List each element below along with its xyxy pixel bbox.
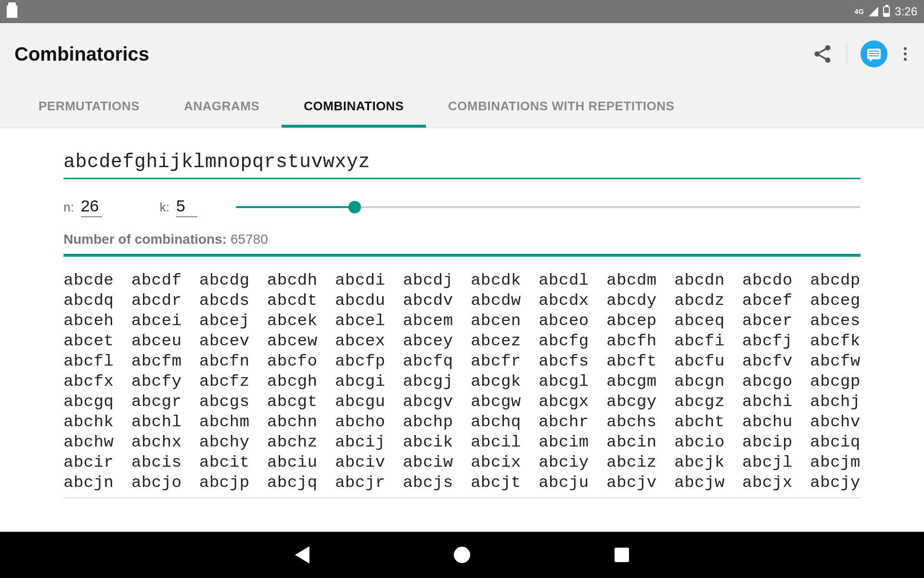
result-cell: abcdm [606, 270, 657, 290]
result-cell: abcei [131, 311, 182, 331]
result-cell: abcfq [403, 351, 453, 371]
result-cell: abcej [199, 311, 250, 331]
result-cell: abcgr [131, 392, 182, 412]
result-cell: abcfp [335, 351, 385, 371]
result-cell: abcfn [199, 351, 250, 371]
result-cell: abcek [267, 311, 318, 331]
result-cell: abceo [539, 311, 589, 331]
svg-point-1 [815, 52, 820, 57]
result-cell: abcgo [742, 371, 793, 392]
result-cell: abcew [267, 331, 318, 351]
results-row: abcfxabcfyabcfzabcghabcgiabcgjabcgkabcgl… [64, 371, 860, 392]
network-label: 4G [855, 8, 864, 15]
signal-icon [869, 7, 878, 16]
section-separator [64, 254, 860, 257]
alphabet-input[interactable] [64, 148, 860, 179]
result-cell: abcdz [674, 290, 725, 311]
result-cell: abchu [742, 412, 793, 432]
share-icon[interactable] [812, 43, 833, 65]
app-title: Combinatorics [14, 43, 149, 65]
k-value[interactable]: 5 [176, 197, 197, 217]
result-cell: abchw [64, 432, 114, 452]
result-cell: abcfv [742, 351, 793, 371]
result-cell: abcgz [674, 392, 725, 412]
result-cell: abcfz [199, 371, 250, 392]
result-cell: abcft [606, 351, 657, 371]
result-cell: abcdk [471, 270, 521, 290]
result-cell: abchs [606, 412, 657, 432]
tab-anagrams[interactable]: ANAGRAMS [162, 85, 282, 128]
result-cell: abcfo [267, 351, 318, 371]
result-cell: abcin [606, 432, 657, 452]
result-cell: abceq [674, 311, 725, 331]
result-cell: abcht [674, 412, 725, 432]
result-cell: abcis [131, 452, 182, 473]
result-cell: abcdv [403, 290, 453, 311]
result-cell: abcio [674, 432, 725, 452]
result-cell: abchm [199, 412, 250, 432]
messages-icon[interactable] [860, 40, 887, 67]
tab-combinations[interactable]: COMBINATIONS [282, 85, 426, 128]
nav-home-icon[interactable] [454, 547, 470, 563]
nav-back-icon[interactable] [295, 546, 309, 564]
result-cell: abcip [742, 432, 793, 452]
results-row: abchkabchlabchmabchnabchoabchpabchqabchr… [64, 412, 860, 432]
results-row: abcflabcfmabcfnabcfoabcfpabcfqabcfrabcfs… [64, 351, 860, 371]
result-cell: abciw [403, 452, 453, 473]
result-cell: abcez [471, 331, 521, 351]
result-cell: abcjw [674, 473, 725, 493]
result-cell: abciz [606, 452, 657, 473]
app-bar: Combinatorics [0, 23, 924, 85]
tab-combinations-with-repetitions[interactable]: COMBINATIONS WITH REPETITIONS [426, 85, 696, 128]
result-cell: abcjl [742, 452, 793, 473]
result-cell: abcgm [606, 371, 657, 392]
result-cell: abcfu [674, 351, 725, 371]
overflow-menu-icon[interactable] [901, 44, 910, 64]
result-cell: abchy [199, 432, 250, 452]
action-divider [847, 43, 847, 65]
result-cell: abcjk [674, 452, 725, 473]
n-label: n: [64, 200, 74, 215]
result-cell: abcdy [606, 290, 657, 311]
result-cell: abcel [335, 311, 385, 331]
result-cell: abcds [199, 290, 250, 311]
result-cell: abceg [810, 290, 860, 311]
result-cell: abcgj [403, 371, 453, 392]
result-cell: abcit [199, 452, 250, 473]
results-list[interactable]: abcdeabcdfabcdgabcdhabcdiabcdjabcdkabcdl… [64, 270, 860, 498]
result-cell: abcdl [539, 270, 589, 290]
result-cell: abchv [810, 412, 860, 432]
result-cell: abcfs [539, 351, 589, 371]
result-cell: abcde [64, 270, 114, 290]
result-cell: abcfw [810, 351, 860, 371]
result-cell: abchz [267, 432, 318, 452]
result-cell: abcdw [471, 290, 521, 311]
result-cell: abcju [539, 473, 589, 493]
result-cell: abcgy [606, 392, 657, 412]
result-cell: abcdh [267, 270, 318, 290]
result-cell: abceu [131, 331, 182, 351]
result-cell: abcdr [131, 290, 182, 311]
count-label: Number of combinations: [64, 232, 227, 247]
k-slider[interactable] [236, 201, 860, 213]
result-cell: abchi [742, 392, 793, 412]
result-cell: abcfk [810, 331, 860, 351]
sdcard-icon [7, 5, 17, 18]
tab-permutations[interactable]: PERMUTATIONS [16, 85, 162, 128]
result-cell: abcfy [131, 371, 182, 392]
nav-recent-icon[interactable] [615, 548, 629, 562]
result-cell: abcgq [64, 392, 114, 412]
n-value[interactable]: 26 [81, 197, 102, 217]
result-cell: abcjq [267, 473, 318, 493]
results-row: abcdeabcdfabcdgabcdhabcdiabcdjabcdkabcdl… [64, 270, 860, 290]
k-label: k: [160, 200, 169, 215]
tab-bar: PERMUTATIONSANAGRAMSCOMBINATIONSCOMBINAT… [0, 85, 924, 128]
battery-icon [883, 6, 890, 17]
result-cell: abcil [471, 432, 521, 452]
result-cell: abcjv [606, 473, 657, 493]
result-cell: abcem [403, 311, 453, 331]
result-cell: abchp [403, 412, 453, 432]
result-cell: abcdq [64, 290, 114, 311]
result-cell: abcjy [810, 473, 860, 493]
result-cell: abcfj [742, 331, 793, 351]
